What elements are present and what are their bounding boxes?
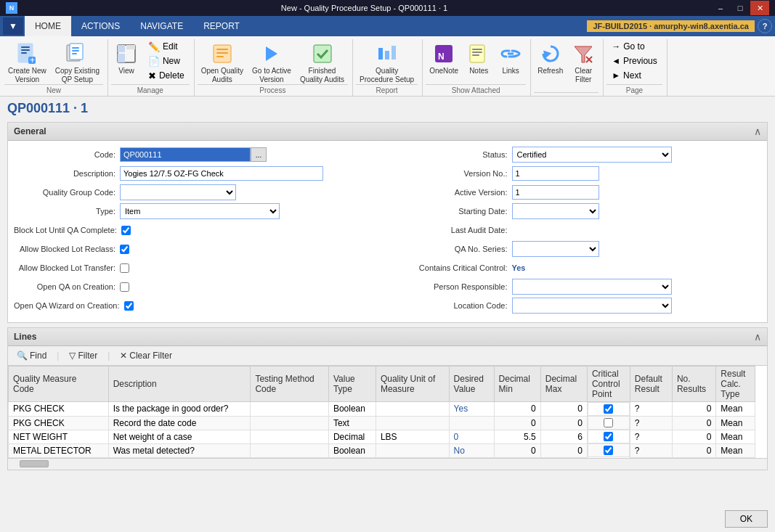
table-row[interactable]: METAL DETECTOR Was metal detected? Boole…: [9, 443, 755, 457]
finished-quality-audits-label: FinishedQuality Audits: [300, 67, 344, 84]
col-header-critical-control: CriticalControlPoint: [587, 367, 630, 402]
clear-filter-button[interactable]: ClearFilter: [568, 39, 599, 83]
ribbon-group-page-label: Page: [606, 84, 662, 96]
next-arrow-icon: ►: [612, 70, 620, 81]
cell-no-results: 0: [672, 443, 715, 457]
user-badge[interactable]: JF-BUILD2015 · amurphy-win8.axentia.ca: [587, 20, 755, 32]
location-code-row: Location Code:: [395, 298, 762, 314]
filter-button[interactable]: ▽ Filter: [65, 349, 102, 362]
help-button[interactable]: ?: [758, 19, 772, 33]
clear-filter-icon: [572, 42, 595, 65]
location-code-select[interactable]: [512, 298, 672, 314]
minimize-button[interactable]: –: [711, 1, 730, 15]
col-header-default-result: DefaultResult: [630, 367, 672, 402]
code-input-group: ...: [120, 147, 267, 162]
goto-button[interactable]: → Go to: [606, 39, 662, 54]
description-input[interactable]: [120, 166, 323, 181]
page-title: QP000111 · 1: [7, 101, 768, 116]
next-button[interactable]: ► Next: [606, 68, 662, 83]
svg-rect-14: [126, 45, 135, 49]
svg-rect-28: [472, 52, 482, 53]
title-bar: N New - Quality Procedure Setup - QP0001…: [0, 0, 775, 16]
quality-group-label: Quality Group Code:: [14, 188, 115, 197]
critical-control-checkbox[interactable]: [604, 404, 613, 414]
person-responsible-row: Person Responsible:: [395, 279, 762, 295]
scroll-thumb-horizontal[interactable]: [20, 460, 49, 467]
allow-reclass-checkbox[interactable]: [120, 245, 129, 254]
edit-label: Edit: [163, 41, 178, 52]
previous-button[interactable]: ◄ Previous: [606, 54, 662, 68]
maximize-button[interactable]: □: [731, 1, 750, 15]
col-header-no-results: No.Results: [672, 367, 715, 402]
quality-group-select[interactable]: [120, 184, 236, 200]
go-to-active-version-label: Go to ActiveVersion: [252, 67, 291, 84]
notes-button[interactable]: Notes: [463, 39, 494, 83]
tab-navigate[interactable]: NAVIGATE: [130, 16, 193, 36]
clear-filter-lines-button[interactable]: ✕ Clear Filter: [115, 349, 176, 362]
general-section-header[interactable]: General ∧: [8, 123, 767, 141]
open-qa-checkbox[interactable]: [120, 282, 129, 292]
finished-quality-audits-button[interactable]: FinishedQuality Audits: [296, 39, 348, 83]
general-section-body: Code: ... Description: Quality Group Cod…: [8, 141, 767, 322]
ribbon: + Create NewVersion Copy ExistingQP Setu…: [0, 36, 775, 97]
refresh-button[interactable]: Refresh: [534, 39, 567, 83]
cell-default-result: ?: [630, 402, 672, 417]
create-new-version-button[interactable]: + Create NewVersion: [4, 39, 50, 83]
cell-decimal-min: 0: [494, 443, 540, 457]
cell-desired-value: No: [449, 443, 494, 457]
tab-home[interactable]: HOME: [25, 16, 71, 36]
critical-control-checkbox[interactable]: [604, 432, 613, 441]
view-button[interactable]: View: [111, 39, 142, 83]
description-row: Description:: [14, 165, 381, 181]
code-input[interactable]: [120, 147, 251, 162]
find-button[interactable]: 🔍 Find: [12, 349, 51, 362]
ribbon-group-process-label: Process: [198, 84, 348, 96]
person-responsible-select[interactable]: [512, 279, 672, 295]
onenote-button[interactable]: N OneNote: [426, 39, 462, 83]
new-button[interactable]: 📄 New: [143, 54, 190, 68]
critical-control-checkbox[interactable]: [604, 446, 613, 455]
table-row[interactable]: NET WEIGHT Net weight of a case Decimal …: [9, 430, 755, 443]
table-row[interactable]: PKG CHECK Is the package in good order? …: [9, 402, 755, 417]
copy-existing-qp-button[interactable]: Copy ExistingQP Setup: [52, 39, 103, 83]
nav-dropdown-button[interactable]: ▼: [3, 17, 23, 35]
allow-transfer-checkbox[interactable]: [120, 263, 129, 273]
cell-value-type: Decimal: [328, 430, 376, 443]
open-wizard-checkbox[interactable]: [124, 301, 134, 311]
edit-button[interactable]: ✏️ Edit: [143, 39, 190, 54]
lines-section-header[interactable]: Lines ∧: [8, 328, 767, 346]
starting-date-select[interactable]: [512, 203, 599, 219]
clear-filter-lines-label: Clear Filter: [129, 351, 172, 361]
table-row[interactable]: PKG CHECK Record the date code Text 0 0 …: [9, 416, 755, 430]
links-label: Links: [503, 67, 519, 75]
svg-rect-17: [216, 52, 228, 54]
close-button[interactable]: ✕: [750, 1, 769, 15]
version-no-input[interactable]: [512, 166, 599, 181]
critical-control-checkbox[interactable]: [604, 418, 613, 427]
delete-button[interactable]: ✖ Delete: [143, 68, 190, 83]
code-ellipsis-button[interactable]: ...: [251, 147, 267, 162]
ok-button[interactable]: OK: [725, 510, 768, 528]
status-select[interactable]: Certified: [512, 147, 672, 163]
cell-description: Is the package in good order?: [108, 402, 251, 417]
tab-actions[interactable]: ACTIONS: [71, 16, 130, 36]
qa-no-series-select[interactable]: [512, 241, 599, 257]
go-to-active-version-button[interactable]: Go to ActiveVersion: [248, 39, 295, 83]
previous-arrow-icon: ◄: [612, 56, 620, 66]
notes-label: Notes: [469, 67, 488, 75]
desired-value-cell: 0: [454, 432, 459, 442]
block-lot-checkbox[interactable]: [121, 226, 131, 235]
quality-procedure-setup-button[interactable]: QualityProcedure Setup: [356, 39, 418, 83]
horizontal-scrollbar[interactable]: [8, 458, 767, 470]
tab-report[interactable]: REPORT: [193, 16, 250, 36]
open-quality-audits-button[interactable]: Open QualityAudits: [198, 39, 247, 83]
lines-table: Quality MeasureCode Description Testing …: [8, 366, 755, 458]
links-button[interactable]: Links: [495, 39, 526, 83]
allow-transfer-row: Allow Blocked Lot Transfer:: [14, 260, 381, 276]
cell-decimal-min: 0: [494, 416, 540, 430]
active-version-label: Active Version:: [395, 188, 508, 197]
clear-filter-lines-icon: ✕: [120, 351, 127, 361]
active-version-input[interactable]: [512, 185, 599, 200]
type-select[interactable]: Item: [120, 203, 280, 219]
new-icon: 📄: [148, 56, 160, 67]
